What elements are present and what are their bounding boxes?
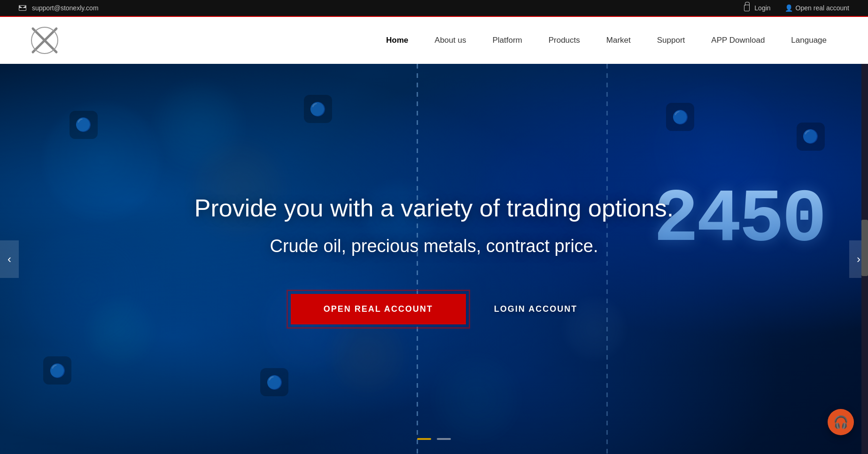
hero-scrollbar[interactable] (861, 64, 868, 454)
nav-app-download[interactable]: APP Download (698, 17, 778, 64)
main-nav: Home About us Platform Products Market S… (373, 17, 840, 64)
nav-support[interactable]: Support (644, 17, 698, 64)
chat-button[interactable]: 🎧 (828, 409, 854, 435)
email-icon (19, 5, 26, 11)
open-account-link[interactable]: 👤 Open real account (785, 4, 849, 12)
hero-content: Provide you with a variety of trading op… (194, 194, 674, 324)
slider-dots (417, 438, 451, 440)
login-account-button[interactable]: LOGIN ACCOUNT (494, 304, 577, 314)
slider-dot-1[interactable] (417, 438, 431, 440)
hero-subtitle: Crude oil, precious metals, contract pri… (194, 236, 674, 256)
login-label: Login (754, 4, 770, 12)
scrollbar-thumb[interactable] (861, 220, 868, 276)
ticker-display: 2450 (654, 177, 825, 262)
open-real-account-button[interactable]: OPEN REAL ACCOUNT (291, 294, 466, 324)
hero-title: Provide you with a variety of trading op… (194, 194, 674, 222)
float-icon-4: 🔵 (260, 368, 288, 396)
float-icon-1: 🔵 (70, 111, 98, 139)
hero-section: 🔵 🔵 🔵 🔵 🔵 🔵 2450 Provide you with a vari… (0, 64, 868, 454)
float-icon-3: 🔵 (43, 356, 71, 385)
login-link[interactable]: Login (744, 4, 770, 12)
slider-dot-2[interactable] (437, 438, 451, 440)
float-icon-5: 🔵 (666, 103, 694, 131)
person-icon: 👤 (785, 4, 793, 12)
logo[interactable] (28, 22, 66, 59)
nav-home[interactable]: Home (373, 17, 421, 64)
nav-products[interactable]: Products (535, 17, 593, 64)
nav-about[interactable]: About us (421, 17, 479, 64)
lock-icon (744, 5, 750, 11)
float-icon-2: 🔵 (304, 95, 332, 123)
hero-buttons: OPEN REAL ACCOUNT LOGIN ACCOUNT (194, 294, 674, 324)
header: Home About us Platform Products Market S… (0, 17, 868, 64)
slider-prev-arrow[interactable]: ‹ (0, 240, 19, 278)
contact-info: support@stonexly.com (19, 4, 99, 12)
top-bar-actions: Login 👤 Open real account (744, 4, 849, 12)
float-icon-6: 🔵 (797, 123, 825, 151)
nav-platform[interactable]: Platform (479, 17, 535, 64)
top-bar: support@stonexly.com Login 👤 Open real a… (0, 0, 868, 17)
nav-market[interactable]: Market (593, 17, 644, 64)
support-email: support@stonexly.com (32, 4, 99, 12)
nav-language[interactable]: Language (778, 17, 840, 64)
open-account-label: Open real account (796, 4, 849, 12)
